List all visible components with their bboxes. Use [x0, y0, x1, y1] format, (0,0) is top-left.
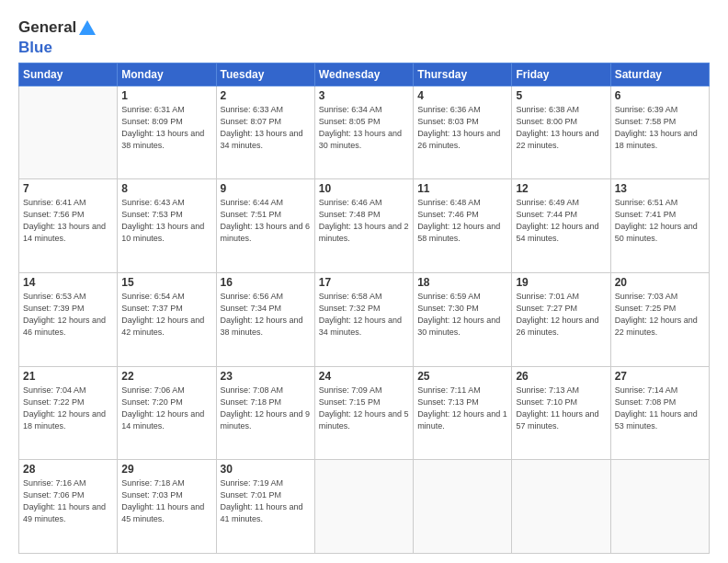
day-info: Sunrise: 7:11 AMSunset: 7:13 PMDaylight:…: [417, 385, 507, 432]
day-number: 16: [221, 276, 311, 289]
logo-general: General: [18, 18, 76, 36]
calendar-cell: 23Sunrise: 7:08 AMSunset: 7:18 PMDayligh…: [216, 366, 314, 460]
calendar-cell: 10Sunrise: 6:46 AMSunset: 7:48 PMDayligh…: [314, 179, 413, 273]
day-number: 13: [615, 182, 705, 195]
week-row-3: 14Sunrise: 6:53 AMSunset: 7:39 PMDayligh…: [19, 272, 710, 366]
calendar-cell: 15Sunrise: 6:54 AMSunset: 7:37 PMDayligh…: [118, 272, 216, 366]
calendar: SundayMondayTuesdayWednesdayThursdayFrid…: [18, 63, 710, 554]
day-number: 24: [319, 370, 409, 383]
calendar-cell: 11Sunrise: 6:48 AMSunset: 7:46 PMDayligh…: [414, 179, 512, 273]
calendar-cell: 12Sunrise: 6:49 AMSunset: 7:44 PMDayligh…: [512, 179, 610, 273]
day-number: 7: [23, 182, 113, 195]
calendar-cell: 27Sunrise: 7:14 AMSunset: 7:08 PMDayligh…: [610, 366, 709, 460]
day-number: 3: [319, 89, 409, 102]
calendar-cell: [414, 460, 512, 554]
day-info: Sunrise: 7:09 AMSunset: 7:15 PMDaylight:…: [319, 385, 409, 432]
calendar-cell: 3Sunrise: 6:34 AMSunset: 8:05 PMDaylight…: [314, 86, 413, 179]
day-info: Sunrise: 6:46 AMSunset: 7:48 PMDaylight:…: [319, 197, 409, 245]
calendar-cell: 8Sunrise: 6:43 AMSunset: 7:53 PMDaylight…: [118, 179, 216, 273]
day-info: Sunrise: 6:59 AMSunset: 7:30 PMDaylight:…: [417, 291, 507, 339]
weekday-header-sunday: Sunday: [19, 63, 118, 86]
day-info: Sunrise: 7:16 AMSunset: 7:06 PMDaylight:…: [23, 477, 113, 525]
day-number: 4: [417, 89, 507, 102]
day-number: 22: [121, 370, 211, 383]
calendar-cell: 13Sunrise: 6:51 AMSunset: 7:41 PMDayligh…: [610, 179, 709, 273]
logo: General Blue: [18, 18, 98, 57]
calendar-cell: 24Sunrise: 7:09 AMSunset: 7:15 PMDayligh…: [314, 366, 413, 460]
day-info: Sunrise: 7:03 AMSunset: 7:25 PMDaylight:…: [615, 291, 705, 339]
weekday-header-saturday: Saturday: [610, 63, 709, 86]
day-info: Sunrise: 6:31 AMSunset: 8:09 PMDaylight:…: [121, 104, 211, 152]
calendar-cell: 4Sunrise: 6:36 AMSunset: 8:03 PMDaylight…: [414, 86, 512, 179]
calendar-cell: 21Sunrise: 7:04 AMSunset: 7:22 PMDayligh…: [19, 366, 118, 460]
calendar-cell: 30Sunrise: 7:19 AMSunset: 7:01 PMDayligh…: [216, 460, 314, 554]
svg-marker-0: [79, 20, 96, 35]
weekday-header-friday: Friday: [512, 63, 610, 86]
day-number: 18: [417, 276, 507, 289]
calendar-cell: 6Sunrise: 6:39 AMSunset: 7:58 PMDaylight…: [610, 86, 709, 179]
day-number: 9: [221, 182, 311, 195]
day-number: 21: [23, 370, 113, 383]
day-info: Sunrise: 6:41 AMSunset: 7:56 PMDaylight:…: [23, 197, 113, 245]
calendar-cell: 17Sunrise: 6:58 AMSunset: 7:32 PMDayligh…: [314, 272, 413, 366]
day-info: Sunrise: 6:51 AMSunset: 7:41 PMDaylight:…: [615, 197, 705, 245]
day-number: 15: [121, 276, 211, 289]
day-info: Sunrise: 7:08 AMSunset: 7:18 PMDaylight:…: [221, 385, 311, 432]
weekday-header-tuesday: Tuesday: [216, 63, 314, 86]
day-number: 6: [615, 89, 705, 102]
calendar-cell: 18Sunrise: 6:59 AMSunset: 7:30 PMDayligh…: [414, 272, 512, 366]
day-number: 23: [221, 370, 311, 383]
day-number: 27: [615, 370, 705, 383]
day-info: Sunrise: 6:33 AMSunset: 8:07 PMDaylight:…: [221, 104, 311, 152]
day-number: 20: [615, 276, 705, 289]
day-info: Sunrise: 6:56 AMSunset: 7:34 PMDaylight:…: [221, 291, 311, 339]
day-info: Sunrise: 6:58 AMSunset: 7:32 PMDaylight:…: [319, 291, 409, 339]
calendar-cell: [512, 460, 610, 554]
page-header: General Blue: [18, 15, 710, 57]
week-row-2: 7Sunrise: 6:41 AMSunset: 7:56 PMDaylight…: [19, 179, 710, 273]
calendar-cell: 14Sunrise: 6:53 AMSunset: 7:39 PMDayligh…: [19, 272, 118, 366]
day-info: Sunrise: 6:48 AMSunset: 7:46 PMDaylight:…: [417, 197, 507, 245]
day-info: Sunrise: 6:49 AMSunset: 7:44 PMDaylight:…: [516, 197, 606, 245]
week-row-5: 28Sunrise: 7:16 AMSunset: 7:06 PMDayligh…: [19, 460, 710, 554]
day-info: Sunrise: 6:34 AMSunset: 8:05 PMDaylight:…: [319, 104, 409, 152]
day-info: Sunrise: 7:18 AMSunset: 7:03 PMDaylight:…: [121, 477, 211, 525]
day-number: 26: [516, 370, 606, 383]
week-row-4: 21Sunrise: 7:04 AMSunset: 7:22 PMDayligh…: [19, 366, 710, 460]
logo-blue: Blue: [18, 39, 98, 57]
day-number: 14: [23, 276, 113, 289]
weekday-header-wednesday: Wednesday: [314, 63, 413, 86]
day-number: 10: [319, 182, 409, 195]
calendar-cell: [314, 460, 413, 554]
day-number: 25: [417, 370, 507, 383]
day-info: Sunrise: 7:14 AMSunset: 7:08 PMDaylight:…: [615, 385, 705, 432]
day-number: 12: [516, 182, 606, 195]
day-info: Sunrise: 6:36 AMSunset: 8:03 PMDaylight:…: [417, 104, 507, 152]
weekday-header-monday: Monday: [118, 63, 216, 86]
day-info: Sunrise: 7:04 AMSunset: 7:22 PMDaylight:…: [23, 385, 113, 432]
calendar-cell: 25Sunrise: 7:11 AMSunset: 7:13 PMDayligh…: [414, 366, 512, 460]
calendar-cell: 9Sunrise: 6:44 AMSunset: 7:51 PMDaylight…: [216, 179, 314, 273]
calendar-cell: 7Sunrise: 6:41 AMSunset: 7:56 PMDaylight…: [19, 179, 118, 273]
day-number: 2: [221, 89, 311, 102]
calendar-cell: [610, 460, 709, 554]
day-info: Sunrise: 7:01 AMSunset: 7:27 PMDaylight:…: [516, 291, 606, 339]
calendar-cell: 28Sunrise: 7:16 AMSunset: 7:06 PMDayligh…: [19, 460, 118, 554]
day-number: 17: [319, 276, 409, 289]
day-number: 1: [121, 89, 211, 102]
week-row-1: 1Sunrise: 6:31 AMSunset: 8:09 PMDaylight…: [19, 86, 710, 179]
day-number: 5: [516, 89, 606, 102]
calendar-cell: 22Sunrise: 7:06 AMSunset: 7:20 PMDayligh…: [118, 366, 216, 460]
calendar-cell: 29Sunrise: 7:18 AMSunset: 7:03 PMDayligh…: [118, 460, 216, 554]
day-info: Sunrise: 6:54 AMSunset: 7:37 PMDaylight:…: [121, 291, 211, 339]
weekday-header-row: SundayMondayTuesdayWednesdayThursdayFrid…: [19, 63, 710, 86]
calendar-cell: 5Sunrise: 6:38 AMSunset: 8:00 PMDaylight…: [512, 86, 610, 179]
day-info: Sunrise: 7:19 AMSunset: 7:01 PMDaylight:…: [221, 477, 311, 525]
day-info: Sunrise: 6:43 AMSunset: 7:53 PMDaylight:…: [121, 197, 211, 245]
calendar-cell: 2Sunrise: 6:33 AMSunset: 8:07 PMDaylight…: [216, 86, 314, 179]
day-info: Sunrise: 6:38 AMSunset: 8:00 PMDaylight:…: [516, 104, 606, 152]
day-number: 11: [417, 182, 507, 195]
day-number: 30: [221, 463, 311, 476]
day-number: 29: [121, 463, 211, 476]
calendar-cell: 20Sunrise: 7:03 AMSunset: 7:25 PMDayligh…: [610, 272, 709, 366]
